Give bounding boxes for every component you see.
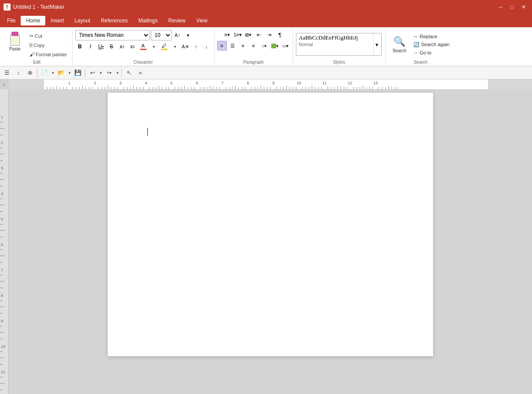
search-again-icon: 🔄	[413, 42, 419, 47]
align-center-button[interactable]: ☰	[228, 41, 237, 51]
outline-list-button[interactable]: ⊞▾	[244, 30, 253, 40]
highlight-button[interactable]: 🖊	[160, 42, 169, 51]
tb2-redo-arrow[interactable]: ▾	[115, 68, 120, 78]
document-canvas[interactable]	[9, 89, 532, 394]
search-icon: 🔍	[394, 36, 405, 47]
font-color-button[interactable]: A	[138, 42, 148, 51]
search-again-button[interactable]: 🔄 Search again	[412, 41, 451, 48]
strikethrough-button[interactable]: S	[107, 42, 117, 51]
tb2-scroll-btn[interactable]: ↕	[13, 68, 24, 78]
format-painter-button[interactable]: 🖌 Format painter	[27, 50, 69, 59]
tb2-open-btn[interactable]: 📂	[56, 68, 66, 78]
edit-group: Paste ✂ Cut ⎘ Copy 🖌 Format painter Edi	[2, 29, 73, 65]
main-area: 1234567891011	[0, 89, 532, 394]
title-bar: T Untitled 1 - TextMaker ─ □ ✕	[0, 0, 532, 14]
maximize-btn[interactable]: □	[508, 4, 516, 10]
font-color-arrow[interactable]: ▾	[149, 42, 159, 51]
ruler: 12345678910111213	[9, 80, 532, 89]
justify-button[interactable]: ≡	[249, 41, 259, 51]
font-grow2-button[interactable]: ↑	[191, 42, 201, 51]
bullet-list-button[interactable]: ≡▾	[222, 30, 232, 40]
goto-button[interactable]: → Go to	[412, 50, 451, 56]
menu-bar: File Home Insert Layout References Maili…	[0, 14, 532, 27]
paragraph-group-label: Paragraph	[217, 59, 290, 65]
tb2-add-btn[interactable]: ⊕	[25, 68, 35, 78]
styles-group-label: Styles	[296, 59, 383, 65]
ribbon: Paste ✂ Cut ⎘ Copy 🖌 Format painter Edi	[0, 27, 532, 66]
clear-format-button[interactable]: A✕	[181, 42, 190, 51]
style-preview: AaBbCcDdEeFfGgHhIiJj	[296, 33, 381, 42]
italic-button[interactable]: I	[86, 42, 95, 51]
minimize-btn[interactable]: ─	[496, 4, 505, 10]
vertical-ruler: 1234567891011	[0, 89, 9, 394]
increase-indent-button[interactable]: ⇥	[265, 30, 274, 40]
show-formatting-button[interactable]: ¶	[275, 30, 285, 40]
tb2-more-btn[interactable]: »	[135, 68, 146, 78]
menu-review[interactable]: Review	[163, 16, 191, 25]
menu-home[interactable]: Home	[21, 16, 45, 25]
replace-button[interactable]: ↔ Replace	[412, 33, 451, 40]
ruler-gray-right	[488, 80, 532, 89]
tb2-undo-arrow[interactable]: ▾	[98, 68, 103, 78]
cut-button[interactable]: ✂ Cut	[27, 32, 69, 40]
menu-mailings[interactable]: Mailings	[133, 16, 163, 25]
highlight-arrow[interactable]: ▾	[170, 42, 180, 51]
ruler-gray-left	[9, 80, 44, 89]
tb2-cursor-btn[interactable]: ↖	[124, 68, 134, 78]
font-shrink2-button[interactable]: ↓	[202, 42, 211, 51]
search-group-label: Search	[388, 59, 453, 65]
ruler-area: L 12345678910111213	[0, 80, 532, 89]
border-button[interactable]: ▭▾	[281, 41, 290, 51]
close-btn[interactable]: ✕	[519, 4, 528, 10]
tb2-new-arrow[interactable]: ▾	[51, 68, 55, 78]
tb2-sep1	[37, 69, 37, 77]
superscript-button[interactable]: x2	[128, 42, 138, 51]
search-side-options: ↔ Replace 🔄 Search again → Go to	[412, 33, 451, 56]
search-group: 🔍 Search ↔ Replace 🔄 Search again → Go t…	[386, 29, 456, 65]
font-name-select[interactable]: Times New Roman Arial Calibri	[75, 30, 150, 40]
search-button[interactable]: 🔍 Search	[388, 33, 411, 56]
style-name: Normal	[296, 42, 381, 47]
edit-group-label: Edit	[4, 59, 69, 65]
menu-insert[interactable]: Insert	[45, 16, 69, 25]
font-size-select[interactable]: 8 9 10 11 12 14	[151, 30, 172, 40]
menu-view[interactable]: View	[191, 16, 213, 25]
shading-button[interactable]: 🟩▾	[270, 41, 280, 51]
line-spacing-button[interactable]: ↕▾	[259, 41, 269, 51]
text-cursor	[147, 128, 148, 136]
menu-layout[interactable]: Layout	[69, 16, 95, 25]
tb2-sep3	[121, 69, 122, 77]
replace-icon: ↔	[413, 34, 418, 39]
tb2-redo-btn[interactable]: ↪	[104, 68, 114, 78]
menu-references[interactable]: References	[95, 16, 133, 25]
numbered-list-button[interactable]: 1≡▾	[233, 30, 243, 40]
bold-button[interactable]: B	[75, 42, 85, 51]
menu-file[interactable]: File	[2, 16, 21, 25]
paragraph-group: ≡▾ 1≡▾ ⊞▾ ⇤ ⇥ ¶ ≡ ☰ ≡ ≡ ↕▾ 🟩▾ ▭▾	[215, 29, 293, 65]
app-icon: T	[4, 4, 11, 11]
subscript-button[interactable]: x2	[117, 42, 127, 51]
styles-group: AaBbCcDdEeFfGgHhIiJj Normal ▾ Styles	[293, 29, 386, 65]
tb2-open-arrow[interactable]: ▾	[67, 68, 72, 78]
shrink-font-button[interactable]: ▾	[183, 30, 193, 40]
align-right-button[interactable]: ≡	[238, 41, 248, 51]
document-page[interactable]	[108, 93, 433, 356]
tb2-menu-btn[interactable]: ☰	[2, 68, 12, 78]
character-group-label: Character	[75, 59, 211, 65]
character-group: Times New Roman Arial Calibri 8 9 10 11 …	[73, 29, 215, 65]
decrease-indent-button[interactable]: ⇤	[254, 30, 264, 40]
copy-button[interactable]: ⎘ Copy	[27, 41, 69, 50]
window-title: Untitled 1 - TextMaker	[13, 4, 65, 10]
paste-button[interactable]: Paste	[4, 30, 26, 53]
goto-icon: →	[413, 50, 418, 55]
underline-button[interactable]: U▾	[96, 42, 106, 51]
align-left-button[interactable]: ≡	[217, 41, 227, 51]
styles-panel[interactable]: AaBbCcDdEeFfGgHhIiJj Normal ▾	[296, 33, 382, 56]
toolbar2: ☰ ↕ ⊕ 📄 ▾ 📂 ▾ 💾 ↩ ▾ ↪ ▾ ↖ »	[0, 66, 532, 80]
ruler-left-margin: L	[0, 80, 9, 89]
tb2-save-btn[interactable]: 💾	[73, 68, 83, 78]
grow-font-button[interactable]: A↑	[173, 30, 182, 40]
styles-dropdown-arrow[interactable]: ▾	[373, 34, 380, 55]
tb2-undo-btn[interactable]: ↩	[87, 68, 98, 78]
tb2-new-btn[interactable]: 📄	[39, 68, 50, 78]
